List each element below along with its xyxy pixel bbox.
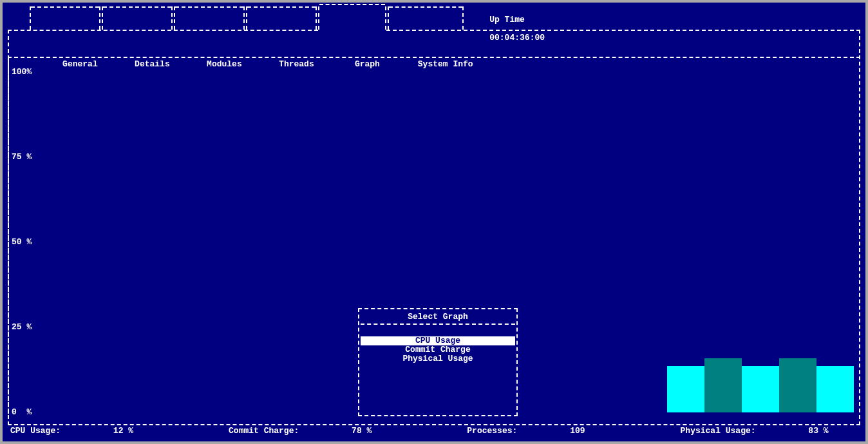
status-cpu: CPU Usage: 12 %	[10, 426, 181, 438]
app-screen: General Details Modules Threads Graph Sy…	[3, 3, 865, 441]
tab-bar: General Details Modules Threads Graph Sy…	[3, 6, 865, 32]
dialog-item-commit-charge[interactable]: Commit Charge	[361, 345, 515, 354]
chart-bar	[742, 366, 779, 412]
dialog-items: CPU Usage Commit Charge Physical Usage	[361, 336, 515, 363]
status-commit: Commit Charge: 78 %	[229, 426, 419, 438]
select-graph-dialog: Select Graph CPU Usage Commit Charge Phy…	[358, 308, 518, 416]
status-physical: Physical Usage: 83 %	[681, 426, 868, 438]
ytick-25: 25 %	[12, 322, 32, 332]
tab-modules[interactable]: Modules	[174, 6, 245, 30]
ytick-100: 100%	[12, 67, 32, 77]
tab-details[interactable]: Details	[102, 6, 173, 30]
ytick-0: 0 %	[12, 407, 32, 417]
status-processes: Processes: 109	[467, 426, 632, 438]
tab-threads[interactable]: Threads	[246, 6, 317, 30]
chart-bar	[779, 358, 816, 412]
chart-bars	[667, 361, 854, 412]
chart-bar	[816, 366, 854, 412]
status-bar: CPU Usage: 12 % Commit Charge: 78 % Proc…	[10, 426, 858, 438]
chart-bar	[704, 358, 742, 412]
ytick-50: 50 %	[12, 237, 32, 247]
tab-graph[interactable]: Graph	[318, 6, 386, 30]
uptime-label: Up Time	[489, 15, 525, 24]
tab-general[interactable]: General	[30, 6, 100, 30]
tab-system-info[interactable]: System Info	[388, 6, 464, 30]
chart-bar	[667, 366, 704, 412]
ytick-75: 75 %	[12, 152, 32, 162]
dialog-item-physical-usage[interactable]: Physical Usage	[361, 354, 515, 363]
dialog-item-cpu-usage[interactable]: CPU Usage	[361, 336, 515, 345]
dialog-title: Select Graph	[358, 312, 518, 322]
